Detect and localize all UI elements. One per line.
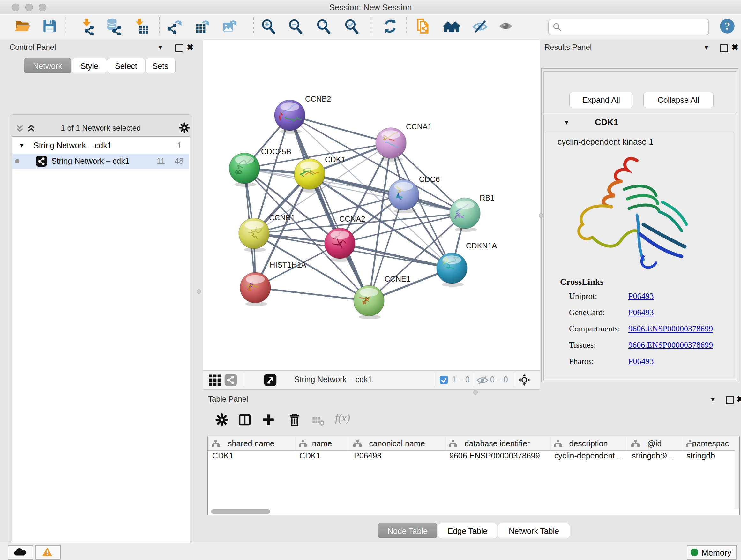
export-network-icon[interactable] <box>166 17 184 35</box>
string-badge-gray-icon[interactable] <box>224 373 238 387</box>
table-cell[interactable]: CDK1 <box>208 451 295 464</box>
hidden-eye-slash-icon[interactable] <box>476 374 489 386</box>
table-cell[interactable]: CDK1 <box>295 451 349 464</box>
fit-selected-crosshair-icon[interactable] <box>518 373 531 387</box>
bottom-splitter-handle[interactable] <box>473 390 478 395</box>
column-header-name[interactable]: name <box>295 436 349 450</box>
column-header--id[interactable]: @id <box>627 436 682 450</box>
warnings-button[interactable] <box>35 545 61 560</box>
table-settings-gear-icon[interactable] <box>214 413 229 427</box>
float-panel-icon[interactable]: ▾ <box>704 44 708 52</box>
expand-all-chevron-icon[interactable] <box>27 124 36 133</box>
column-header-shared-name[interactable]: shared name <box>208 436 295 450</box>
string-home-icon[interactable] <box>443 17 460 35</box>
node-HIST1H1A[interactable]: HIST1H1A <box>240 260 307 306</box>
network-view-canvas[interactable]: CCNB2 CCNA1 CDC25B CDK1 CDC6 RB1 CCNB1 <box>203 40 540 370</box>
open-session-icon[interactable] <box>14 17 31 35</box>
import-network-icon[interactable] <box>78 17 96 35</box>
tab-node-table[interactable]: Node Table <box>378 523 437 538</box>
network-options-gear-icon[interactable] <box>179 122 191 134</box>
show-columns-icon[interactable] <box>238 413 252 427</box>
help-icon[interactable]: ? <box>719 17 736 35</box>
tab-select[interactable]: Select <box>107 58 145 73</box>
tab-network-table[interactable]: Network Table <box>498 523 570 538</box>
show-eye-icon[interactable] <box>498 17 515 35</box>
table-cell[interactable]: stringdb:9... <box>627 451 682 464</box>
tab-edge-table[interactable]: Edge Table <box>438 523 497 538</box>
column-header-namespac[interactable]: namespac <box>682 436 739 450</box>
save-session-icon[interactable] <box>41 17 58 35</box>
string-network-graph[interactable]: CCNB2 CCNA1 CDC25B CDK1 CDC6 RB1 CCNB1 <box>203 40 540 370</box>
collapse-all-chevron-icon[interactable] <box>16 124 24 133</box>
apply-layout-icon[interactable] <box>382 17 399 35</box>
section-disclosure-icon[interactable]: ▾ <box>565 118 568 126</box>
table-cell[interactable]: stringdb <box>682 451 739 464</box>
memory-button[interactable]: Memory <box>687 545 737 560</box>
results-panel-body: Expand All Collapse All ▾ CDK1 cyclin-de… <box>541 68 738 382</box>
node-label-CCNB1: CCNB1 <box>269 213 295 222</box>
node-CDKN1A[interactable]: CDKN1A <box>436 241 497 287</box>
selected-checkbox-icon[interactable] <box>439 375 449 385</box>
close-panel-icon[interactable]: ✖ <box>187 43 194 52</box>
node-CCNE1[interactable]: CCNE1 <box>354 274 410 319</box>
open-in-window-icon[interactable] <box>264 373 277 387</box>
birds-eye-grid-icon[interactable] <box>208 373 221 387</box>
network-row-selected[interactable]: String Network – cdk1 11 48 <box>12 153 189 169</box>
crosslink-row: GeneCard: P06493 <box>546 306 734 322</box>
tab-style[interactable]: Style <box>72 58 107 73</box>
left-splitter-handle[interactable] <box>197 289 201 294</box>
crosslink-value[interactable]: P06493 <box>628 308 654 317</box>
search-input[interactable] <box>565 21 703 33</box>
crosslink-value[interactable]: P06493 <box>628 292 654 301</box>
table-panel: Table Panel ▾ ✖ f(x) shared namenamecano… <box>203 393 741 543</box>
close-panel-icon[interactable]: ✖ <box>731 43 738 52</box>
crosslinks-title: CrossLinks <box>560 277 603 287</box>
import-network-from-database-icon[interactable] <box>105 17 123 35</box>
crosslink-value[interactable]: P06493 <box>628 357 654 366</box>
float-panel-icon[interactable]: ▾ <box>711 395 715 403</box>
zoom-in-icon[interactable] <box>260 17 277 35</box>
add-column-plus-icon[interactable] <box>261 413 276 427</box>
node-RB1[interactable]: RB1 <box>450 193 495 232</box>
node-CDC6[interactable]: CDC6 <box>388 175 440 213</box>
column-header-canonical-name[interactable]: canonical name <box>349 436 445 450</box>
export-image-icon[interactable] <box>221 17 239 35</box>
network-label: String Network – cdk1 <box>51 157 130 166</box>
hide-glass-icon[interactable] <box>472 17 489 35</box>
zoom-out-icon[interactable] <box>287 17 305 35</box>
right-splitter-handle[interactable] <box>539 213 543 218</box>
maximize-panel-icon[interactable] <box>726 396 734 404</box>
maximize-panel-icon[interactable] <box>175 44 184 52</box>
network-collection-row[interactable]: ▾ String Network – cdk1 1 <box>12 138 189 153</box>
network-node-count: 11 <box>157 157 165 166</box>
network-view-toolbar: String Network – cdk1 1 – 0 0 – 0 <box>203 370 540 389</box>
collection-disclosure-icon[interactable]: ▾ <box>20 141 23 149</box>
table-cell[interactable]: P06493 <box>349 451 445 464</box>
cloud-button[interactable] <box>8 545 33 560</box>
maximize-panel-icon[interactable] <box>720 44 728 52</box>
status-bar: Memory <box>0 543 741 560</box>
float-panel-icon[interactable]: ▾ <box>158 44 162 52</box>
tab-sets[interactable]: Sets <box>145 58 176 73</box>
column-header-description[interactable]: description <box>550 436 627 450</box>
import-table-icon[interactable] <box>133 17 150 35</box>
svg-text:?: ? <box>725 20 730 32</box>
zoom-selected-icon[interactable] <box>343 17 360 35</box>
collapse-all-button[interactable]: Collapse All <box>643 92 714 108</box>
column-header-database-identifier[interactable]: database identifier <box>445 436 550 450</box>
crosslink-value[interactable]: 9606.ENSP00000378699 <box>628 340 713 350</box>
memory-label: Memory <box>701 548 731 558</box>
vertical-scrollbar[interactable] <box>735 450 739 509</box>
table-cell[interactable]: cyclin-dependent ... <box>550 451 627 464</box>
clone-network-icon[interactable] <box>415 17 433 35</box>
crosslink-value[interactable]: 9606.ENSP00000378699 <box>628 324 713 334</box>
export-table-icon[interactable] <box>194 17 211 35</box>
delete-column-trash-icon[interactable] <box>287 413 302 427</box>
tab-network[interactable]: Network <box>23 58 71 73</box>
horizontal-scrollbar[interactable] <box>211 509 270 514</box>
table-tabs: Node TableEdge TableNetwork Table <box>203 523 741 539</box>
table-cell[interactable]: 9606.ENSP00000378699 <box>445 451 550 464</box>
close-panel-icon[interactable]: ✖ <box>737 394 741 404</box>
zoom-fit-icon[interactable] <box>315 17 333 35</box>
expand-all-button[interactable]: Expand All <box>569 92 633 108</box>
